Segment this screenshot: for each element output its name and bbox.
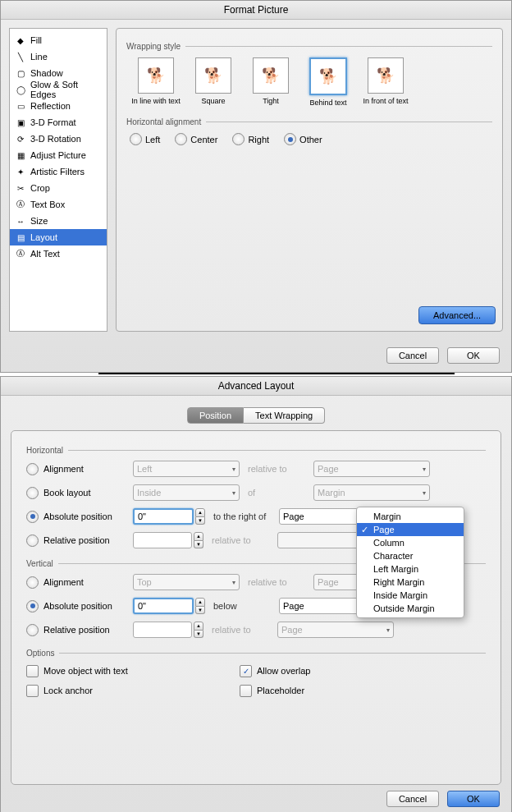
- tab-text-wrapping[interactable]: Text Wrapping: [244, 407, 325, 424]
- sidebar-item-line[interactable]: ╲Line: [10, 48, 107, 65]
- stepper-up-icon[interactable]: ▲: [195, 598, 205, 607]
- tab-position[interactable]: Position: [187, 407, 244, 424]
- category-icon: ▤: [15, 232, 26, 243]
- halign-radio-left[interactable]: Left: [130, 133, 160, 145]
- value-combo[interactable]: Left▾: [133, 461, 240, 477]
- sidebar-item-size[interactable]: ↔Size: [10, 213, 107, 229]
- radio-icon[interactable]: [26, 511, 39, 523]
- stepper-down-icon[interactable]: ▼: [195, 517, 205, 525]
- cancel-button[interactable]: Cancel: [386, 347, 439, 364]
- relative-to-combo[interactable]: Margin▾: [313, 484, 430, 501]
- sidebar-item-text-box[interactable]: ⒶText Box: [10, 196, 107, 213]
- stepper-down-icon[interactable]: ▼: [195, 607, 205, 615]
- stepper[interactable]: ▲▼: [194, 622, 203, 638]
- relation-label: relative to: [212, 535, 277, 545]
- category-icon: Ⓐ: [15, 199, 26, 210]
- sidebar-item-3-d-format[interactable]: ▣3-D Format: [10, 114, 107, 131]
- cancel-button[interactable]: Cancel: [386, 791, 439, 807]
- halign-radio-other[interactable]: Other: [284, 133, 322, 145]
- radio-icon[interactable]: [26, 624, 39, 636]
- radio-label: Other: [299, 135, 322, 145]
- ok-button[interactable]: OK: [447, 791, 500, 807]
- sidebar-item-fill[interactable]: ◆Fill: [10, 32, 107, 48]
- category-icon: ▣: [15, 117, 26, 128]
- position-row: Relative position▲▼relative toPage▾: [26, 619, 486, 640]
- option-lock-anchor[interactable]: Lock anchor: [26, 681, 240, 700]
- wrap-option-tight[interactable]: 🐕Tight: [246, 57, 295, 108]
- halign-radio-right[interactable]: Right: [232, 133, 269, 145]
- position-row: Book layoutInside▾ofMargin▾: [26, 482, 486, 503]
- sidebar-item-label: Layout: [30, 232, 57, 242]
- row-label: Absolute position: [43, 512, 112, 521]
- advanced-button[interactable]: Advanced...: [418, 306, 496, 324]
- option-allow-overlap[interactable]: ✓Allow overlap: [240, 661, 453, 681]
- stepper[interactable]: ▲▼: [195, 508, 205, 525]
- dropdown-item-inside-margin[interactable]: Inside Margin: [357, 589, 464, 602]
- option-move-object-with-text[interactable]: Move object with text: [26, 661, 240, 681]
- wrap-option-in-line-with-text[interactable]: 🐕In line with text: [131, 57, 181, 108]
- stepper-up-icon[interactable]: ▲: [194, 622, 203, 631]
- radio-icon: [284, 133, 296, 145]
- radio-icon[interactable]: [26, 534, 39, 547]
- dropdown-item-right-margin[interactable]: Right Margin: [357, 576, 464, 589]
- sidebar-item-shadow[interactable]: ▢Shadow: [10, 65, 107, 81]
- checkbox-icon: [240, 685, 252, 697]
- radio-label: Right: [248, 135, 269, 145]
- relative-to-combo[interactable]: Page▾: [277, 622, 394, 638]
- stepper-down-icon[interactable]: ▼: [194, 541, 203, 549]
- caret-icon: ▾: [423, 466, 426, 473]
- dropdown-item-character[interactable]: Character: [357, 549, 464, 562]
- sidebar-item-label: Text Box: [30, 200, 65, 209]
- stepper-down-icon[interactable]: ▼: [194, 631, 203, 639]
- dropdown-item-page[interactable]: Page: [357, 523, 464, 536]
- sidebar-item-3-d-rotation[interactable]: ⟳3-D Rotation: [10, 131, 107, 147]
- position-value-input[interactable]: 0": [133, 598, 194, 614]
- position-value-input[interactable]: 0": [133, 508, 194, 525]
- wrap-option-behind-text[interactable]: 🐕Behind text: [304, 57, 353, 108]
- dropdown-item-left-margin[interactable]: Left Margin: [357, 562, 464, 576]
- sidebar-item-alt-text[interactable]: ⒶAlt Text: [10, 245, 107, 262]
- caret-icon: ▾: [232, 466, 235, 473]
- stepper-up-icon[interactable]: ▲: [195, 508, 205, 517]
- sidebar-item-crop[interactable]: ✂Crop: [10, 180, 107, 196]
- row-label: Absolute position: [43, 601, 112, 611]
- option-placeholder[interactable]: Placeholder: [240, 681, 453, 700]
- relation-label: relative to: [212, 625, 277, 635]
- advanced-layout-dialog: Advanced Layout PositionText Wrapping Ho…: [0, 376, 512, 812]
- sidebar-item-label: 3-D Format: [30, 117, 76, 127]
- position-value-input[interactable]: [133, 622, 192, 638]
- radio-icon[interactable]: [26, 487, 39, 499]
- stepper[interactable]: ▲▼: [195, 598, 205, 614]
- dropdown-item-outside-margin[interactable]: Outside Margin: [357, 602, 464, 615]
- sidebar-item-layout[interactable]: ▤Layout: [10, 229, 107, 245]
- stepper[interactable]: ▲▼: [194, 532, 203, 548]
- dropdown-item-margin[interactable]: Margin: [357, 510, 464, 523]
- value-combo[interactable]: Inside▾: [133, 484, 240, 501]
- layout-panel: Wrapping style 🐕In line with text🐕Square…: [116, 28, 503, 332]
- horizontal-alignment-header: Horizontal alignment: [126, 117, 492, 126]
- category-sidebar: ◆Fill╲Line▢Shadow◯Glow & Soft Edges▭Refl…: [9, 28, 107, 332]
- halign-radio-center[interactable]: Center: [175, 133, 217, 145]
- radio-icon[interactable]: [26, 463, 39, 475]
- wrap-option-in-front-of-text[interactable]: 🐕In front of text: [361, 57, 410, 108]
- sidebar-item-label: Glow & Soft Edges: [30, 80, 102, 99]
- relative-to-dropdown[interactable]: MarginPageColumnCharacterLeft MarginRigh…: [356, 507, 464, 618]
- wrap-option-label: In line with text: [131, 97, 181, 106]
- sidebar-item-glow-soft-edges[interactable]: ◯Glow & Soft Edges: [10, 81, 107, 98]
- relative-to-combo[interactable]: Page▾: [313, 461, 430, 477]
- position-value-input[interactable]: [133, 532, 192, 548]
- caret-icon: ▾: [386, 626, 390, 634]
- sidebar-item-artistic-filters[interactable]: ✦Artistic Filters: [10, 163, 107, 180]
- radio-icon[interactable]: [26, 600, 39, 612]
- ok-button[interactable]: OK: [447, 347, 500, 364]
- wrap-option-square[interactable]: 🐕Square: [189, 57, 238, 108]
- sidebar-item-reflection[interactable]: ▭Reflection: [10, 98, 107, 114]
- dropdown-item-column[interactable]: Column: [357, 536, 464, 549]
- stepper-up-icon[interactable]: ▲: [194, 532, 203, 541]
- checkbox-icon: [26, 685, 39, 697]
- dialog-title: Advanced Layout: [1, 377, 511, 396]
- value-combo[interactable]: Top▾: [133, 574, 240, 590]
- sidebar-item-adjust-picture[interactable]: ▦Adjust Picture: [10, 147, 107, 163]
- radio-icon[interactable]: [26, 576, 39, 589]
- category-icon: ⟳: [15, 133, 26, 145]
